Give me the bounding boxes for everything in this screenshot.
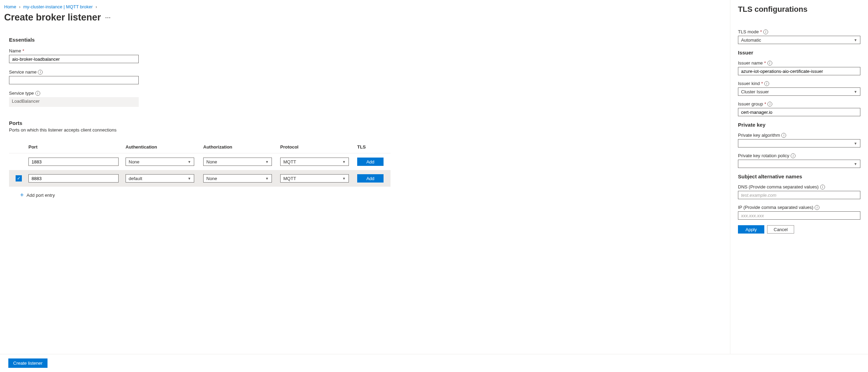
pk-algo-select[interactable]: ▼ xyxy=(738,139,860,147)
ip-label: IP (Provide comma separated values) i xyxy=(738,205,860,210)
info-icon[interactable]: i xyxy=(791,153,796,158)
chevron-down-icon: ▼ xyxy=(265,160,269,164)
col-authz: Authorization xyxy=(203,144,280,150)
breadcrumb-home[interactable]: Home xyxy=(4,4,16,9)
info-icon[interactable]: i xyxy=(764,81,769,86)
service-type-value: LoadBalancer xyxy=(9,97,139,107)
issuer-kind-select[interactable]: Cluster Issuer ▼ xyxy=(738,87,860,96)
add-port-entry[interactable]: + Add port entry xyxy=(9,187,390,204)
row-checkbox[interactable]: ✓ xyxy=(16,175,22,181)
issuer-name-label: Issuer name * i xyxy=(738,60,860,66)
col-tls: TLS xyxy=(357,144,385,150)
col-port: Port xyxy=(28,144,126,150)
authz-select[interactable]: None ▼ xyxy=(203,158,272,166)
tls-configurations-panel: TLS configurations TLS mode * i Automati… xyxy=(730,0,868,372)
info-icon[interactable]: i xyxy=(38,70,43,75)
protocol-select[interactable]: MQTT ▼ xyxy=(280,158,349,166)
name-input[interactable] xyxy=(9,55,139,63)
authz-select[interactable]: None ▼ xyxy=(203,174,272,183)
pk-rotation-label: Private key rotation policy i xyxy=(738,153,860,158)
create-listener-button[interactable]: Create listener xyxy=(8,358,48,368)
chevron-down-icon: ▼ xyxy=(188,177,191,180)
ports-description: Ports on which this listener accepts cli… xyxy=(9,127,722,133)
essentials-heading: Essentials xyxy=(9,37,722,43)
chevron-down-icon: ▼ xyxy=(854,162,857,166)
more-actions-icon[interactable]: ⋯ xyxy=(105,14,111,21)
footer-bar: Create listener xyxy=(0,354,868,372)
info-icon[interactable]: i xyxy=(820,185,825,189)
issuer-name-input[interactable] xyxy=(738,67,860,75)
protocol-select[interactable]: MQTT ▼ xyxy=(280,174,349,183)
san-heading: Subject alternative names xyxy=(738,174,860,179)
tls-mode-select[interactable]: Automatic ▼ xyxy=(738,36,860,44)
tls-mode-label: TLS mode * i xyxy=(738,29,860,34)
chevron-right-icon: › xyxy=(95,4,97,9)
pk-rotation-select[interactable]: ▼ xyxy=(738,160,860,168)
auth-select[interactable]: default ▼ xyxy=(126,174,194,183)
chevron-right-icon: › xyxy=(19,4,20,9)
service-name-input[interactable] xyxy=(9,76,139,84)
breadcrumb: Home › my-cluster-instance | MQTT broker… xyxy=(4,4,722,9)
dns-input[interactable] xyxy=(738,191,860,199)
info-icon[interactable]: i xyxy=(35,91,40,96)
info-icon[interactable]: i xyxy=(763,29,768,34)
chevron-down-icon: ▼ xyxy=(342,160,346,164)
col-auth: Authentication xyxy=(126,144,203,150)
service-type-label: Service type i xyxy=(9,91,722,96)
chevron-down-icon: ▼ xyxy=(342,177,346,180)
tls-add-button[interactable]: Add xyxy=(357,174,384,183)
table-row: ✓ default ▼ None ▼ xyxy=(9,170,390,187)
panel-title: TLS configurations xyxy=(738,5,860,14)
issuer-group-label: Issuer group * i xyxy=(738,101,860,107)
name-label: Name * xyxy=(9,48,722,53)
apply-button[interactable]: Apply xyxy=(738,225,764,234)
ip-input[interactable] xyxy=(738,211,860,220)
breadcrumb-cluster[interactable]: my-cluster-instance | MQTT broker xyxy=(23,4,93,9)
info-icon[interactable]: i xyxy=(767,102,772,107)
port-input[interactable] xyxy=(28,174,119,183)
private-key-heading: Private key xyxy=(738,122,860,128)
table-header: Port Authentication Authorization Protoc… xyxy=(9,141,390,153)
plus-icon: + xyxy=(20,192,24,199)
dns-label: DNS (Provide comma separated values) i xyxy=(738,184,860,189)
cancel-button[interactable]: Cancel xyxy=(767,225,794,234)
chevron-down-icon: ▼ xyxy=(265,177,269,180)
port-input[interactable] xyxy=(28,158,119,166)
tls-add-button[interactable]: Add xyxy=(357,158,384,166)
table-row: None ▼ None ▼ MQTT ▼ xyxy=(9,153,390,170)
chevron-down-icon: ▼ xyxy=(188,160,191,164)
col-protocol: Protocol xyxy=(280,144,357,150)
info-icon[interactable]: i xyxy=(767,61,772,66)
info-icon[interactable]: i xyxy=(815,205,819,210)
ports-table: Port Authentication Authorization Protoc… xyxy=(9,141,390,204)
chevron-down-icon: ▼ xyxy=(854,38,857,42)
issuer-kind-label: Issuer kind * i xyxy=(738,81,860,86)
issuer-group-input[interactable] xyxy=(738,108,860,116)
auth-select[interactable]: None ▼ xyxy=(126,158,194,166)
pk-algo-label: Private key algorithm i xyxy=(738,133,860,138)
info-icon[interactable]: i xyxy=(781,133,786,138)
chevron-down-icon: ▼ xyxy=(854,90,857,94)
service-name-label: Service name i xyxy=(9,69,722,75)
chevron-down-icon: ▼ xyxy=(854,142,857,145)
page-title: Create broker listener xyxy=(4,12,101,23)
issuer-heading: Issuer xyxy=(738,50,860,56)
ports-heading: Ports xyxy=(9,120,722,126)
